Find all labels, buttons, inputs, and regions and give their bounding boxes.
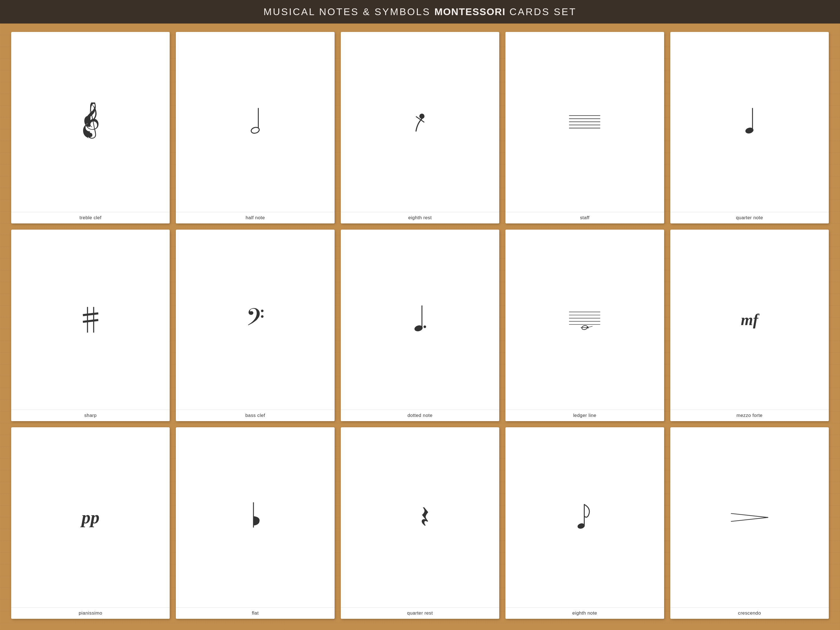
page-header: MUSICAL NOTES & SYMBOLS MONTESSORI CARDS… xyxy=(0,0,840,24)
page-container: MUSICAL NOTES & SYMBOLS MONTESSORI CARDS… xyxy=(0,0,840,630)
svg-text:𝄞: 𝄞 xyxy=(81,103,100,139)
card-label-flat: flat xyxy=(176,607,334,619)
card-symbol-crescendo xyxy=(670,427,829,607)
card-symbol-eighth-note xyxy=(505,427,664,607)
card-staff: staff xyxy=(505,32,664,223)
card-label-quarter-rest: quarter rest xyxy=(341,607,499,619)
svg-point-19 xyxy=(424,325,426,328)
card-label-bass-clef: bass clef xyxy=(176,410,334,421)
header-title: MUSICAL NOTES & SYMBOLS MONTESSORI CARDS… xyxy=(264,6,576,17)
card-symbol-bass-clef: 𝄢 xyxy=(176,230,334,410)
card-symbol-quarter-rest: 𝄽 xyxy=(341,427,499,607)
card-label-crescendo: crescendo xyxy=(670,607,829,619)
card-eighth-rest: eighth rest xyxy=(341,32,499,223)
card-symbol-dotted-note xyxy=(341,230,499,410)
svg-point-2 xyxy=(251,126,260,134)
pp-text: pp xyxy=(82,507,99,528)
svg-line-27 xyxy=(587,326,593,328)
svg-text:𝄽: 𝄽 xyxy=(422,507,428,526)
mf-text: mf xyxy=(741,311,758,329)
card-symbol-mezzo-forte: mf xyxy=(670,230,829,410)
card-pianissimo: pp pianissimo xyxy=(11,427,170,619)
svg-line-14 xyxy=(83,313,98,315)
card-sharp: sharp xyxy=(11,230,170,421)
card-symbol-quarter-note xyxy=(670,32,829,212)
card-symbol-treble-clef: 𝄞 xyxy=(11,32,170,212)
card-quarter-note: quarter note xyxy=(670,32,829,223)
card-label-mezzo-forte: mezzo forte xyxy=(670,410,829,421)
card-label-pianissimo: pianissimo xyxy=(11,607,170,619)
card-symbol-staff xyxy=(505,32,664,212)
card-label-treble-clef: treble clef xyxy=(11,212,170,223)
card-symbol-eighth-rest xyxy=(341,32,499,212)
card-label-dotted-note: dotted note xyxy=(341,410,499,421)
card-flat: flat xyxy=(176,427,334,619)
card-symbol-sharp xyxy=(11,230,170,410)
svg-line-15 xyxy=(83,320,98,321)
header-bold: MONTESSORI xyxy=(434,6,505,17)
card-label-quarter-note: quarter note xyxy=(670,212,829,223)
header-prefix: MUSICAL NOTES & SYMBOLS xyxy=(264,6,434,17)
card-crescendo: crescendo xyxy=(670,427,829,619)
card-symbol-half-note xyxy=(176,32,334,212)
card-label-sharp: sharp xyxy=(11,410,170,421)
card-bass-clef: 𝄢 bass clef xyxy=(176,230,334,421)
card-label-eighth-note: eighth note xyxy=(505,607,664,619)
card-treble-clef: 𝄞 treble clef xyxy=(11,32,170,223)
header-suffix: CARDS SET xyxy=(506,6,576,17)
card-label-eighth-rest: eighth rest xyxy=(341,212,499,223)
card-symbol-ledger-line xyxy=(505,230,664,410)
card-label-staff: staff xyxy=(505,212,664,223)
card-dotted-note: dotted note xyxy=(341,230,499,421)
card-mezzo-forte: mf mezzo forte xyxy=(670,230,829,421)
svg-point-3 xyxy=(420,114,425,118)
card-symbol-pianissimo: pp xyxy=(11,427,170,607)
card-eighth-note: eighth note xyxy=(505,427,664,619)
card-ledger-line: ledger line xyxy=(505,230,664,421)
card-label-half-note: half note xyxy=(176,212,334,223)
card-half-note: half note xyxy=(176,32,334,223)
card-label-ledger-line: ledger line xyxy=(505,410,664,421)
card-quarter-rest: 𝄽 quarter rest xyxy=(341,427,499,619)
cards-grid: 𝄞 treble clef half note xyxy=(0,24,840,630)
svg-text:𝄢: 𝄢 xyxy=(246,305,265,334)
card-symbol-flat xyxy=(176,427,334,607)
